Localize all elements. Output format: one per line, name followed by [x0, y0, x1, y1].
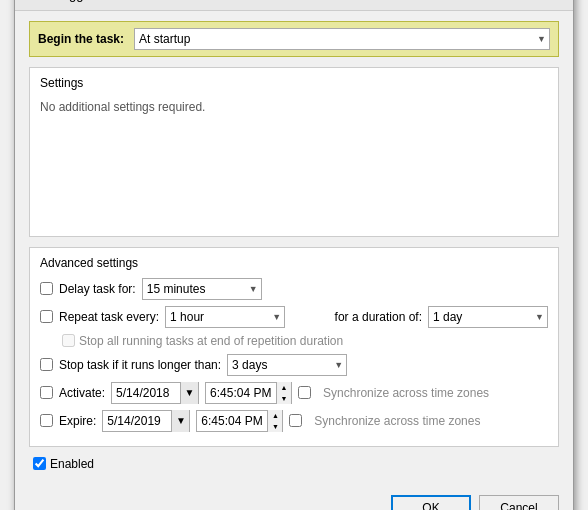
expire-checkbox[interactable]	[40, 414, 53, 427]
activate-label: Activate:	[59, 386, 105, 400]
repeat-task-checkbox[interactable]	[40, 310, 53, 323]
delay-task-select[interactable]: 15 minutes 30 minutes 1 hour 2 hours	[142, 278, 262, 300]
new-trigger-dialog: New Trigger ✕ Begin the task: At startup…	[14, 0, 574, 510]
expire-time-down[interactable]: ▼	[268, 421, 282, 432]
activate-time-input[interactable]	[206, 383, 276, 403]
enabled-row: Enabled	[29, 457, 559, 471]
stop-task-row: Stop task if it runs longer than: 1 hour…	[40, 354, 548, 376]
expire-sync-label: Synchronize across time zones	[314, 414, 480, 428]
close-button[interactable]: ✕	[545, 0, 563, 4]
dialog-footer: OK Cancel	[15, 489, 573, 511]
expire-time-up[interactable]: ▲	[268, 410, 282, 421]
duration-select-wrapper: 15 minutes 30 minutes 1 hour 4 hours 8 h…	[428, 306, 548, 328]
activate-checkbox[interactable]	[40, 386, 53, 399]
begin-task-label: Begin the task:	[38, 32, 124, 46]
settings-title: Settings	[40, 76, 548, 90]
expire-time-spinner: ▲ ▼	[267, 410, 282, 432]
advanced-section: Advanced settings Delay task for: 15 min…	[29, 247, 559, 447]
delay-task-row: Delay task for: 15 minutes 30 minutes 1 …	[40, 278, 548, 300]
stop-task-checkbox[interactable]	[40, 358, 53, 371]
activate-date-wrapper: ▼	[111, 382, 199, 404]
activate-row: Activate: ▼ ▲ ▼ Synchronize across time …	[40, 382, 548, 404]
expire-row: Expire: ▼ ▲ ▼ Synchronize across time zo…	[40, 410, 548, 432]
stop-all-label: Stop all running tasks at end of repetit…	[79, 334, 343, 348]
begin-task-select[interactable]: At startup On a schedule At log on At id…	[134, 28, 550, 50]
activate-date-input[interactable]	[112, 383, 180, 403]
cancel-button[interactable]: Cancel	[479, 495, 559, 511]
repeat-task-label: Repeat task every:	[59, 310, 159, 324]
activate-sync-label: Synchronize across time zones	[323, 386, 489, 400]
activate-sync-checkbox[interactable]	[298, 386, 311, 399]
title-bar: New Trigger ✕	[15, 0, 573, 11]
expire-sync-checkbox[interactable]	[289, 414, 302, 427]
expire-time-input[interactable]	[197, 411, 267, 431]
expire-date-input[interactable]	[103, 411, 171, 431]
delay-task-checkbox[interactable]	[40, 282, 53, 295]
stop-task-select[interactable]: 1 hour 2 hours 4 hours 8 hours 12 hours …	[227, 354, 347, 376]
advanced-title: Advanced settings	[40, 256, 548, 270]
stop-task-label: Stop task if it runs longer than:	[59, 358, 221, 372]
ok-button[interactable]: OK	[391, 495, 471, 511]
for-duration-label: for a duration of:	[335, 310, 422, 324]
delay-task-select-wrapper: 15 minutes 30 minutes 1 hour 2 hours	[142, 278, 262, 300]
stop-all-row: Stop all running tasks at end of repetit…	[62, 334, 548, 348]
repeat-task-select[interactable]: 5 minutes 10 minutes 15 minutes 30 minut…	[165, 306, 285, 328]
enabled-label: Enabled	[50, 457, 94, 471]
repeat-task-select-wrapper: 5 minutes 10 minutes 15 minutes 30 minut…	[165, 306, 285, 328]
repeat-task-row: Repeat task every: 5 minutes 10 minutes …	[40, 306, 548, 328]
activate-time-spinner: ▲ ▼	[276, 382, 291, 404]
expire-date-wrapper: ▼	[102, 410, 190, 432]
expire-label: Expire:	[59, 414, 96, 428]
duration-select[interactable]: 15 minutes 30 minutes 1 hour 4 hours 8 h…	[428, 306, 548, 328]
dialog-body: Begin the task: At startup On a schedule…	[15, 11, 573, 489]
delay-task-label: Delay task for:	[59, 282, 136, 296]
no-settings-text: No additional settings required.	[40, 100, 548, 114]
begin-task-select-wrapper: At startup On a schedule At log on At id…	[134, 28, 550, 50]
activate-time-up[interactable]: ▲	[277, 382, 291, 393]
enabled-checkbox[interactable]	[33, 457, 46, 470]
activate-time-down[interactable]: ▼	[277, 393, 291, 404]
expire-cal-button[interactable]: ▼	[171, 410, 189, 432]
expire-time-wrapper: ▲ ▼	[196, 410, 283, 432]
activate-cal-button[interactable]: ▼	[180, 382, 198, 404]
stop-all-checkbox[interactable]	[62, 334, 75, 347]
activate-time-wrapper: ▲ ▼	[205, 382, 292, 404]
begin-task-row: Begin the task: At startup On a schedule…	[29, 21, 559, 57]
dialog-title: New Trigger	[25, 0, 95, 2]
settings-section: Settings No additional settings required…	[29, 67, 559, 237]
stop-task-select-wrapper: 1 hour 2 hours 4 hours 8 hours 12 hours …	[227, 354, 347, 376]
